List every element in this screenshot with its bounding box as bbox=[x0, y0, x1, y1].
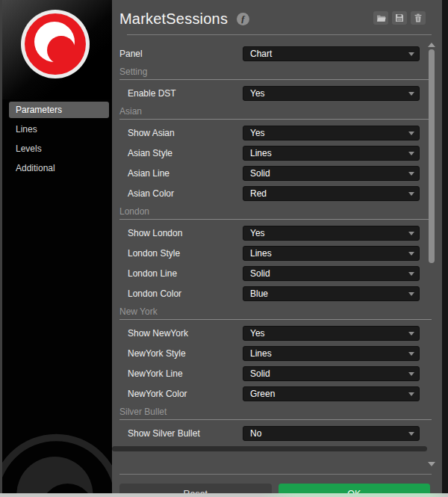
panel-dropdown[interactable]: Chart bbox=[243, 46, 420, 61]
field-label: London Color bbox=[119, 288, 243, 299]
dropdown-value: Solid bbox=[243, 268, 270, 279]
chevron-down-icon bbox=[408, 192, 414, 196]
dropdown-value: Lines bbox=[243, 148, 272, 158]
section-divider bbox=[119, 119, 432, 120]
dropdown-value: Yes bbox=[243, 328, 265, 339]
row-asian-color: Asian ColorRed bbox=[119, 186, 420, 201]
open-template-button[interactable] bbox=[373, 11, 388, 25]
section-london: London bbox=[119, 206, 420, 220]
parameters-panel: MarketSessions ƒ bbox=[112, 0, 442, 493]
section-title: London bbox=[119, 206, 420, 217]
scrollbar-thumb[interactable] bbox=[429, 49, 435, 263]
chevron-down-icon bbox=[408, 432, 414, 436]
enable-dst-dropdown[interactable]: Yes bbox=[243, 86, 420, 101]
row-london-color: London ColorBlue bbox=[119, 286, 420, 301]
show-silver-bullet-dropdown[interactable]: No bbox=[243, 426, 420, 441]
dropdown-value: Lines bbox=[243, 348, 272, 359]
fx-indicator-icon: ƒ bbox=[237, 13, 249, 25]
logo-watermark-icon bbox=[2, 416, 112, 493]
section-title: Asian bbox=[119, 106, 420, 117]
chevron-down-icon bbox=[408, 232, 414, 235]
row-newyork-line: NewYork LineSolid bbox=[119, 366, 420, 381]
row-enable-dst: Enable DSTYes bbox=[119, 86, 420, 101]
row-london-line: London LineSolid bbox=[119, 266, 420, 281]
header-divider bbox=[127, 34, 432, 35]
chevron-down-icon bbox=[408, 172, 414, 176]
dropdown-value: Red bbox=[243, 188, 267, 199]
field-label: NewYork Color bbox=[119, 389, 243, 399]
show-london-dropdown[interactable]: Yes bbox=[243, 226, 420, 241]
parameters-list: PanelChartSettingEnable DSTYesAsianShow … bbox=[112, 35, 442, 451]
row-panel: PanelChart bbox=[119, 46, 420, 61]
row-show-newyork: Show NewYorkYes bbox=[119, 326, 420, 341]
row-asian-line: Asian LineSolid bbox=[119, 166, 420, 181]
asian-color-dropdown[interactable]: Red bbox=[243, 186, 420, 201]
dropdown-value: Chart bbox=[243, 49, 272, 59]
chevron-down-icon bbox=[408, 352, 414, 356]
bottom-edge bbox=[0, 493, 448, 497]
settings-dialog: ParametersLinesLevelsAdditional MarketSe… bbox=[0, 0, 448, 497]
field-label: Enable DST bbox=[119, 88, 243, 99]
chevron-down-icon bbox=[408, 372, 414, 376]
field-label: NewYork Style bbox=[119, 348, 243, 359]
chevron-down-icon bbox=[408, 392, 414, 396]
trash-icon bbox=[414, 13, 423, 22]
row-newyork-color: NewYork ColorGreen bbox=[119, 386, 420, 401]
section-title: New York bbox=[119, 306, 420, 317]
field-label: Panel bbox=[119, 49, 243, 59]
newyork-line-dropdown[interactable]: Solid bbox=[243, 366, 420, 381]
sidebar-tab-additional[interactable]: Additional bbox=[9, 160, 109, 176]
section-new-york: New York bbox=[119, 306, 420, 320]
dropdown-value: No bbox=[243, 428, 261, 439]
horizontal-scrollbar[interactable] bbox=[112, 446, 427, 451]
dropdown-value: Yes bbox=[243, 228, 265, 238]
save-template-button[interactable] bbox=[392, 11, 407, 25]
dropdown-value: Yes bbox=[243, 88, 265, 99]
section-divider bbox=[119, 219, 432, 220]
delete-button[interactable] bbox=[411, 11, 426, 25]
field-label: Asian Line bbox=[119, 168, 243, 179]
london-color-dropdown[interactable]: Blue bbox=[243, 286, 420, 301]
row-london-style: London StyleLines bbox=[119, 246, 420, 261]
ctrader-logo-icon bbox=[2, 0, 112, 99]
chevron-down-icon bbox=[408, 252, 414, 256]
field-label: NewYork Line bbox=[119, 368, 243, 379]
london-line-dropdown[interactable]: Solid bbox=[243, 266, 420, 281]
show-newyork-dropdown[interactable]: Yes bbox=[243, 326, 420, 341]
show-asian-dropdown[interactable]: Yes bbox=[243, 126, 420, 141]
scroll-up-icon[interactable] bbox=[428, 43, 435, 47]
sidebar-tab-parameters[interactable]: Parameters bbox=[9, 102, 109, 118]
header-toolbar bbox=[373, 11, 426, 25]
sidebar: ParametersLinesLevelsAdditional bbox=[2, 0, 112, 493]
row-newyork-style: NewYork StyleLines bbox=[119, 346, 420, 361]
chevron-down-icon bbox=[408, 152, 414, 155]
asian-style-dropdown[interactable]: Lines bbox=[243, 146, 420, 161]
dropdown-value: Solid bbox=[243, 368, 270, 379]
field-label: Show Silver Bullet bbox=[119, 428, 243, 439]
vertical-scrollbar bbox=[426, 0, 438, 493]
chevron-down-icon bbox=[408, 272, 414, 276]
dropdown-value: Solid bbox=[243, 168, 270, 179]
section-setting: Setting bbox=[119, 67, 420, 80]
section-title: Silver Bullet bbox=[119, 407, 420, 417]
folder-icon bbox=[376, 14, 386, 22]
field-label: London Style bbox=[119, 248, 243, 259]
london-style-dropdown[interactable]: Lines bbox=[243, 246, 420, 261]
dropdown-value: Lines bbox=[243, 248, 272, 259]
field-label: Asian Style bbox=[119, 148, 243, 158]
section-title: Setting bbox=[119, 67, 420, 77]
sidebar-tab-levels[interactable]: Levels bbox=[9, 141, 109, 157]
scroll-down-icon[interactable] bbox=[428, 462, 435, 466]
row-show-asian: Show AsianYes bbox=[119, 126, 420, 141]
sidebar-tab-lines[interactable]: Lines bbox=[9, 121, 109, 138]
section-divider bbox=[119, 319, 432, 320]
chevron-down-icon bbox=[408, 132, 414, 135]
newyork-color-dropdown[interactable]: Green bbox=[243, 386, 420, 401]
field-label: Show London bbox=[119, 228, 243, 238]
chevron-down-icon bbox=[408, 92, 414, 96]
row-show-silver-bullet: Show Silver BulletNo bbox=[119, 426, 420, 441]
asian-line-dropdown[interactable]: Solid bbox=[243, 166, 420, 181]
newyork-style-dropdown[interactable]: Lines bbox=[243, 346, 420, 361]
field-label: Show NewYork bbox=[119, 328, 243, 339]
dropdown-value: Blue bbox=[243, 288, 268, 299]
